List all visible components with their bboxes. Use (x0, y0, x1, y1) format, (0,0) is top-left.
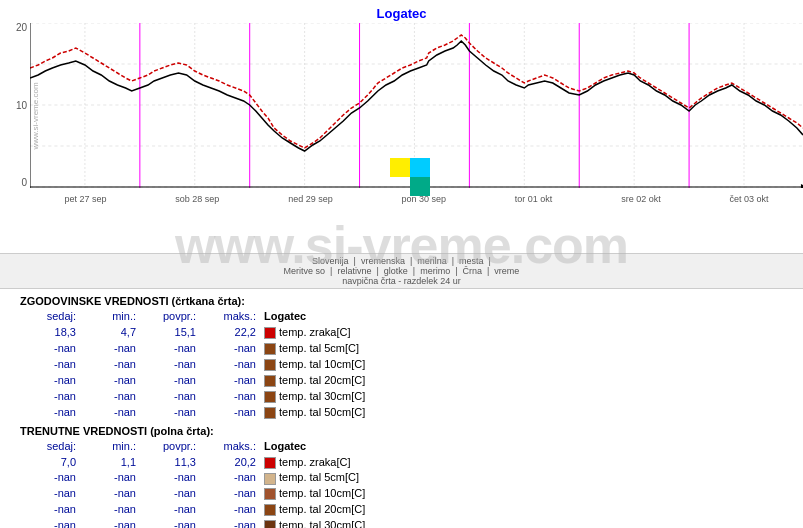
curr-r1-maks: -nan (200, 470, 260, 486)
hist-r3-min: -nan (80, 373, 140, 389)
hist-col-povpr: povpr.: (140, 309, 200, 325)
hist-r0-min: 4,7 (80, 325, 140, 341)
hist-r5-unit-text: temp. tal 50cm[C] (279, 406, 365, 418)
curr-r2-maks: -nan (200, 486, 260, 502)
curr-r4-povpr: -nan (140, 518, 200, 528)
current-table: sedaj: min.: povpr.: maks.: Logatec 7,0 … (20, 439, 783, 528)
curr-r3-unit-text: temp. tal 20cm[C] (279, 503, 365, 515)
curr-r3-unit: temp. tal 20cm[C] (260, 502, 783, 518)
hist-r1-unit-text: temp. tal 5cm[C] (279, 342, 359, 354)
side-watermark: www.si-vreme.com (31, 82, 40, 149)
hist-r0-sedaj: 18,3 (20, 325, 80, 341)
hist-r2-min: -nan (80, 357, 140, 373)
curr-row-0: 7,0 1,1 11,3 20,2 temp. zraka[C] (20, 455, 783, 471)
x-label-1: pet 27 sep (64, 194, 106, 204)
hist-r2-maks: -nan (200, 357, 260, 373)
hist-r1-maks: -nan (200, 341, 260, 357)
curr-r4-sedaj: -nan (20, 518, 80, 528)
curr-r2-sedaj: -nan (20, 486, 80, 502)
historical-section: ZGODOVINSKE VREDNOSTI (črtkana črta): se… (0, 289, 803, 423)
hist-r3-unit: temp. tal 20cm[C] (260, 373, 783, 389)
hist-col-min: min.: (80, 309, 140, 325)
caption-line-1: Slovenija | vremenska | merilna | mesta … (30, 256, 773, 266)
hist-r4-unit: temp. tal 30cm[C] (260, 389, 783, 405)
hist-row-4: -nan -nan -nan -nan temp. tal 30cm[C] (20, 389, 783, 405)
caption-area: Slovenija | vremenska | merilna | mesta … (0, 253, 803, 289)
curr-r3-povpr: -nan (140, 502, 200, 518)
curr-row-3: -nan -nan -nan -nan temp. tal 20cm[C] (20, 502, 783, 518)
curr-row-4: -nan -nan -nan -nan temp. tal 30cm[C] (20, 518, 783, 528)
hist-r3-unit-text: temp. tal 20cm[C] (279, 374, 365, 386)
hist-row-2: -nan -nan -nan -nan temp. tal 10cm[C] (20, 357, 783, 373)
hist-r2-unit: temp. tal 10cm[C] (260, 357, 783, 373)
curr-r3-maks: -nan (200, 502, 260, 518)
y-label-0: 0 (21, 178, 27, 188)
curr-r3-sedaj: -nan (20, 502, 80, 518)
hist-r0-unit: temp. zraka[C] (260, 325, 783, 341)
x-label-3: ned 29 sep (288, 194, 333, 204)
svg-rect-22 (390, 158, 410, 177)
curr-r2-min: -nan (80, 486, 140, 502)
hist-r5-min: -nan (80, 405, 140, 421)
curr-r1-unit-text: temp. tal 5cm[C] (279, 471, 359, 483)
caption-line-2: Meritve so | relativne | glotke | merimo… (30, 266, 773, 276)
hist-r3-color (264, 375, 276, 387)
hist-r3-sedaj: -nan (20, 373, 80, 389)
hist-col-sedaj: sedaj: (20, 309, 80, 325)
curr-r1-unit: temp. tal 5cm[C] (260, 470, 783, 486)
hist-r4-maks: -nan (200, 389, 260, 405)
curr-r0-sedaj: 7,0 (20, 455, 80, 471)
chart-container: www.si-vreme.com 20 10 0 (0, 23, 803, 253)
curr-r0-povpr: 11,3 (140, 455, 200, 471)
curr-r2-unit-text: temp. tal 10cm[C] (279, 487, 365, 499)
hist-row-5: -nan -nan -nan -nan temp. tal 50cm[C] (20, 405, 783, 421)
hist-r0-povpr: 15,1 (140, 325, 200, 341)
curr-col-sedaj: sedaj: (20, 439, 80, 455)
hist-r5-unit: temp. tal 50cm[C] (260, 405, 783, 421)
hist-r1-color (264, 343, 276, 355)
hist-col-maks: maks.: (200, 309, 260, 325)
hist-r2-povpr: -nan (140, 357, 200, 373)
hist-col-logatec: Logatec (260, 309, 783, 325)
x-label-5: tor 01 okt (515, 194, 553, 204)
curr-col-maks: maks.: (200, 439, 260, 455)
curr-r0-unit: temp. zraka[C] (260, 455, 783, 471)
curr-r0-maks: 20,2 (200, 455, 260, 471)
hist-r1-unit: temp. tal 5cm[C] (260, 341, 783, 357)
curr-row-2: -nan -nan -nan -nan temp. tal 10cm[C] (20, 486, 783, 502)
curr-r4-unit: temp. tal 30cm[C] (260, 518, 783, 528)
hist-r2-color (264, 359, 276, 371)
curr-r1-sedaj: -nan (20, 470, 80, 486)
curr-r1-povpr: -nan (140, 470, 200, 486)
hist-r0-unit-text: temp. zraka[C] (279, 326, 351, 338)
curr-col-povpr: povpr.: (140, 439, 200, 455)
svg-rect-24 (410, 177, 430, 196)
hist-r1-povpr: -nan (140, 341, 200, 357)
curr-col-logatec: Logatec (260, 439, 783, 455)
curr-r2-povpr: -nan (140, 486, 200, 502)
hist-r5-povpr: -nan (140, 405, 200, 421)
x-label-6: sre 02 okt (621, 194, 661, 204)
y-label-10: 10 (16, 101, 27, 111)
historical-table: sedaj: min.: povpr.: maks.: Logatec 18,3… (20, 309, 783, 421)
curr-row-1: -nan -nan -nan -nan temp. tal 5cm[C] (20, 470, 783, 486)
x-label-7: čet 03 okt (730, 194, 769, 204)
hist-r5-color (264, 407, 276, 419)
hist-r4-unit-text: temp. tal 30cm[C] (279, 390, 365, 402)
hist-r5-sedaj: -nan (20, 405, 80, 421)
hist-r1-min: -nan (80, 341, 140, 357)
curr-r4-maks: -nan (200, 518, 260, 528)
hist-r0-color (264, 327, 276, 339)
curr-r0-min: 1,1 (80, 455, 140, 471)
historical-col-headers: sedaj: min.: povpr.: maks.: Logatec (20, 309, 783, 325)
curr-col-min: min.: (80, 439, 140, 455)
hist-row-1: -nan -nan -nan -nan temp. tal 5cm[C] (20, 341, 783, 357)
curr-r1-min: -nan (80, 470, 140, 486)
current-header: TRENUTNE VREDNOSTI (polna črta): (20, 425, 783, 437)
curr-r3-min: -nan (80, 502, 140, 518)
hist-r4-povpr: -nan (140, 389, 200, 405)
curr-r1-color (264, 473, 276, 485)
hist-r2-unit-text: temp. tal 10cm[C] (279, 358, 365, 370)
logo-icon (390, 158, 430, 196)
y-label-20: 20 (16, 23, 27, 33)
